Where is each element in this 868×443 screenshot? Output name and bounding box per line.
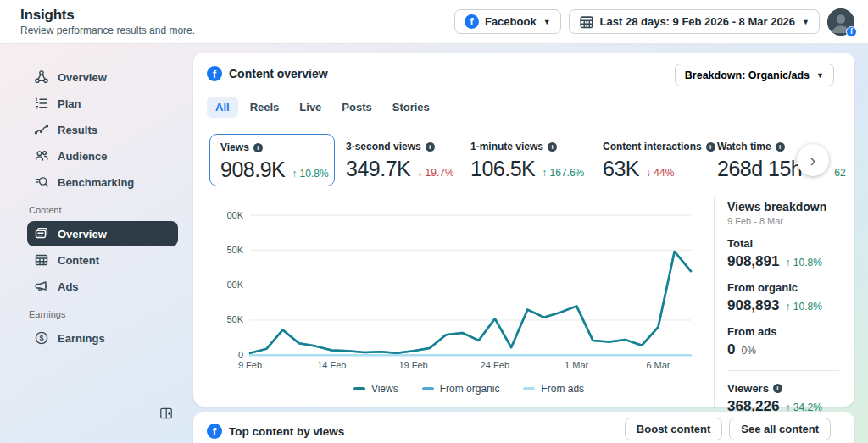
sidebar-collapse-button[interactable] bbox=[159, 407, 173, 420]
info-icon: i bbox=[776, 142, 785, 152]
legend-label: Views bbox=[371, 383, 398, 395]
chevron-down-icon: ▼ bbox=[543, 18, 551, 26]
metric-value: 268d 15h bbox=[717, 157, 802, 181]
sidebar-item-label: Earnings bbox=[58, 332, 105, 345]
sidebar-item-label: Ads bbox=[58, 280, 79, 293]
sidebar-item-earnings[interactable]: $ Earnings bbox=[27, 325, 178, 351]
page-selector-label: Facebook bbox=[485, 15, 537, 28]
svg-text:1 Mar: 1 Mar bbox=[565, 360, 588, 370]
metric-card-3-second-views[interactable]: 3-second viewsi 349.7K↓ 19.7% bbox=[346, 141, 454, 181]
legend-swatch-views bbox=[353, 387, 365, 390]
info-icon: i bbox=[426, 142, 435, 152]
calendar-icon bbox=[579, 14, 594, 30]
benchmarking-icon bbox=[34, 174, 49, 190]
metric-value: 106.5K bbox=[470, 157, 535, 181]
sidebar-section-content: Content bbox=[29, 205, 193, 215]
info-icon: i bbox=[773, 384, 782, 393]
tab-posts[interactable]: Posts bbox=[333, 97, 380, 118]
page-title-block: Insights Review performance results and … bbox=[20, 7, 195, 36]
metric-delta: ↓ 44% bbox=[646, 167, 674, 179]
sidebar-item-label: Audience bbox=[58, 150, 108, 163]
info-icon: i bbox=[548, 142, 557, 152]
facebook-icon: f bbox=[465, 14, 479, 29]
tab-stories[interactable]: Stories bbox=[384, 97, 438, 118]
breakdown-value: 908,893 bbox=[727, 297, 779, 314]
breakdown-selector[interactable]: Breakdown: Organic/ads ▼ bbox=[675, 64, 834, 86]
metric-delta: ↑ 167.6% bbox=[542, 167, 584, 179]
top-content-card: f Top content by views Boost content See… bbox=[193, 412, 854, 443]
breakdown-delta: ↑ 10.8% bbox=[785, 257, 821, 269]
page-subtitle: Review performance results and more. bbox=[20, 25, 195, 36]
svg-text:0: 0 bbox=[238, 350, 243, 360]
facebook-icon: f bbox=[207, 424, 222, 439]
svg-text:19 Feb: 19 Feb bbox=[398, 360, 427, 370]
sidebar-item-plan[interactable]: Plan bbox=[27, 91, 178, 116]
metric-label: Content interactions bbox=[603, 141, 702, 152]
metric-label: 1-minute views bbox=[470, 141, 543, 152]
sidebar-item-results[interactable]: Results bbox=[27, 117, 178, 142]
date-range-selector[interactable]: Last 28 days: 9 Feb 2026 - 8 Mar 2026 ▼ bbox=[569, 9, 820, 34]
sidebar-item-content[interactable]: Content bbox=[27, 247, 178, 273]
dollar-icon: $ bbox=[34, 330, 49, 346]
sidebar-item-label: Overview bbox=[58, 228, 107, 241]
sidebar-item-overview[interactable]: Overview bbox=[27, 64, 178, 90]
metric-card-content-interactions[interactable]: Content interactionsi 63K↓ 44% bbox=[603, 141, 715, 181]
header-controls: f Facebook ▼ Last 28 days: 9 Feb 2026 - … bbox=[454, 8, 854, 36]
sidebar: Overview Plan Results Audience Benchmark… bbox=[0, 44, 193, 443]
metrics-scroll-next-button[interactable]: › bbox=[797, 144, 829, 176]
breakdown-label: Breakdown: Organic/ads bbox=[685, 69, 810, 81]
facebook-page-selector[interactable]: f Facebook ▼ bbox=[454, 9, 561, 34]
section-title: Content overview bbox=[229, 67, 328, 80]
tab-all[interactable]: All bbox=[207, 97, 238, 118]
breakdown-value: 0 bbox=[727, 341, 735, 358]
legend-from-organic: From organic bbox=[422, 383, 500, 395]
breakdown-divider bbox=[727, 370, 839, 371]
chevron-down-icon: ▼ bbox=[802, 18, 810, 26]
tab-live[interactable]: Live bbox=[291, 97, 330, 118]
svg-text:14 Feb: 14 Feb bbox=[317, 360, 346, 370]
metric-card-views[interactable]: Viewsi 908.9K↑ 10.8% bbox=[209, 134, 335, 186]
sidebar-item-content-overview[interactable]: Overview bbox=[27, 221, 178, 246]
see-all-content-button[interactable]: See all content bbox=[729, 418, 831, 440]
svg-text:150K: 150K bbox=[227, 245, 244, 255]
tab-reels[interactable]: Reels bbox=[242, 97, 288, 118]
breakdown-row-from-ads: From ads 00% bbox=[727, 325, 856, 358]
views-breakdown-panel: Views breakdown 9 Feb - 8 Mar Total 908,… bbox=[727, 200, 856, 415]
panel-divider bbox=[714, 197, 715, 407]
views-breakdown-title: Views breakdown bbox=[727, 200, 856, 213]
sidebar-item-benchmarking[interactable]: Benchmarking bbox=[27, 169, 178, 195]
legend-label: From organic bbox=[440, 383, 500, 395]
results-icon bbox=[34, 122, 49, 137]
svg-text:50K: 50K bbox=[227, 314, 244, 324]
svg-text:6 Mar: 6 Mar bbox=[646, 360, 670, 370]
svg-text:100K: 100K bbox=[227, 280, 244, 290]
boost-content-button[interactable]: Boost content bbox=[625, 418, 722, 440]
views-breakdown-date-range: 9 Feb - 8 Mar bbox=[727, 216, 856, 226]
megaphone-icon bbox=[34, 279, 49, 294]
page-title: Insights bbox=[20, 7, 195, 24]
metric-label: Watch time bbox=[717, 141, 771, 152]
top-header: Insights Review performance results and … bbox=[0, 0, 868, 44]
metric-value: 908.9K bbox=[220, 158, 285, 182]
overview-icon bbox=[34, 69, 49, 85]
breakdown-row-total: Total 908,891↑ 10.8% bbox=[727, 237, 856, 270]
svg-text:$: $ bbox=[39, 334, 43, 342]
svg-text:9 Feb: 9 Feb bbox=[238, 360, 262, 370]
breakdown-row-from-organic: From organic 908,893↑ 10.8% bbox=[727, 281, 856, 314]
breakdown-delta: 0% bbox=[741, 345, 755, 357]
sidebar-item-label: Results bbox=[58, 124, 97, 136]
legend-swatch-from-ads bbox=[523, 387, 535, 390]
chart-legend: Views From organic From ads bbox=[227, 383, 710, 395]
sidebar-item-audience[interactable]: Audience bbox=[27, 143, 178, 169]
date-range-label: Last 28 days: 9 Feb 2026 - 8 Mar 2026 bbox=[600, 15, 796, 28]
chevron-right-icon: › bbox=[810, 151, 816, 169]
section-title: Top content by views bbox=[229, 425, 344, 438]
svg-text:24 Feb: 24 Feb bbox=[481, 360, 509, 370]
top-content-header: f Top content by views bbox=[207, 424, 344, 439]
metric-card-1-minute-views[interactable]: 1-minute viewsi 106.5K↑ 167.6% bbox=[470, 141, 584, 181]
avatar[interactable]: f bbox=[827, 8, 854, 36]
sidebar-section-earnings: Earnings bbox=[29, 309, 193, 319]
plan-icon bbox=[34, 96, 49, 111]
sidebar-item-ads[interactable]: Ads bbox=[27, 274, 178, 299]
metric-delta: 62 bbox=[834, 167, 845, 179]
